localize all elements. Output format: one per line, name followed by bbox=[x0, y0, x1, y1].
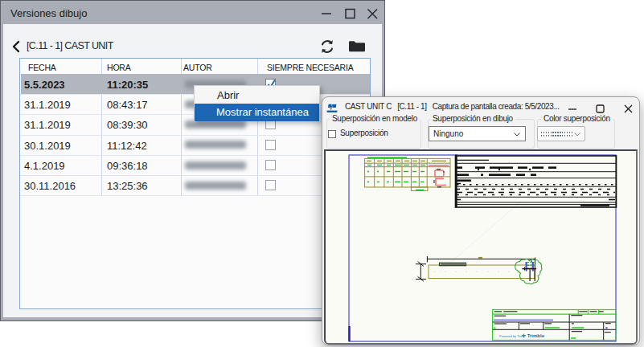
svg-text:✛ Trimble: ✛ Trimble bbox=[522, 333, 545, 338]
